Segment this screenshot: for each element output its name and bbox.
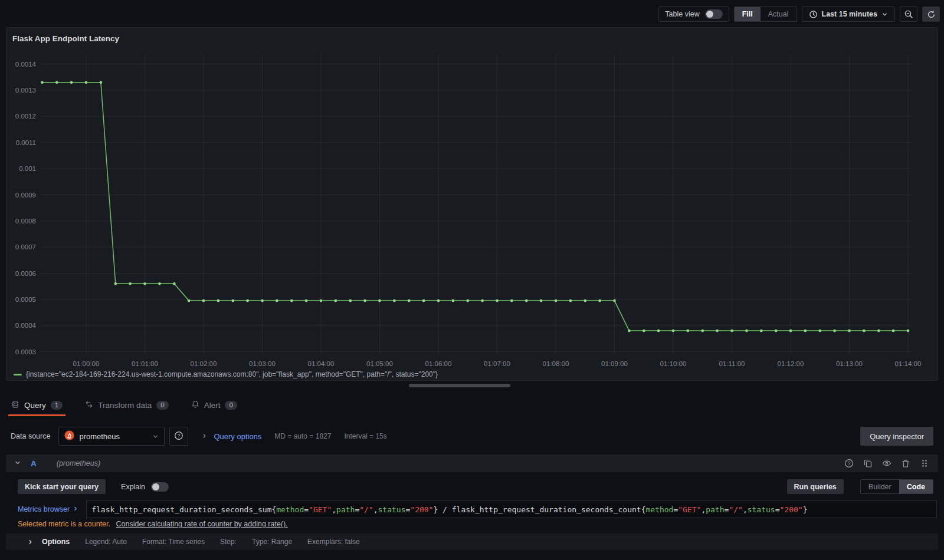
transform-icon	[85, 400, 93, 410]
option-summary-item: Exemplars: false	[307, 538, 360, 546]
latency-chart[interactable]: 0.00140.00130.00120.00110.0010.00090.000…	[6, 44, 938, 370]
clock-icon	[809, 10, 818, 19]
max-data-points-value: MD = auto = 1827	[274, 432, 331, 440]
tab-query[interactable]: Query 1	[8, 394, 65, 416]
toggle-knob	[152, 483, 159, 490]
table-view-toggle[interactable]	[705, 9, 723, 19]
query-inspector-button[interactable]: Query inspector	[860, 427, 933, 446]
delete-query-button[interactable]	[901, 459, 911, 469]
time-range-label: Last 15 minutes	[822, 10, 877, 18]
pane-resize-handle[interactable]	[409, 384, 510, 387]
grip-icon	[920, 459, 930, 468]
chevron-down-icon	[881, 11, 888, 18]
table-view-label: Table view	[665, 10, 699, 18]
query-options-row[interactable]: Options Legend: AutoFormat: Time seriesS…	[6, 533, 938, 550]
toggle-visibility-button[interactable]	[882, 459, 892, 469]
query-options-toggle[interactable]: Query options MD = auto = 1827 Interval …	[201, 432, 386, 441]
datasource-value: prometheus	[79, 432, 120, 441]
code-button[interactable]: Code	[899, 480, 933, 493]
query-toolbar-row: Kick start your query Explain Run querie…	[6, 479, 938, 494]
chevron-down-icon	[152, 433, 159, 440]
bell-icon	[191, 400, 199, 410]
option-summary-item: Format: Time series	[142, 538, 205, 546]
option-summary-item: Type: Range	[252, 538, 292, 546]
copy-icon	[863, 459, 873, 468]
svg-text:01:06:00: 01:06:00	[425, 360, 452, 367]
datasource-picker[interactable]: prometheus	[58, 427, 165, 446]
tab-transform-data[interactable]: Transform data 0	[82, 394, 171, 416]
actual-button[interactable]: Actual	[761, 7, 796, 21]
explain-label: Explain	[121, 483, 145, 491]
datasource-help-button[interactable]: ?	[169, 427, 188, 446]
chart-panel: Flask App Endpoint Latency 0.00140.00130…	[6, 27, 938, 381]
add-rate-link[interactable]: Consider calculating rate of counter by …	[116, 520, 288, 528]
legend-swatch	[14, 374, 22, 375]
datasource-bar: Data source prometheus ? Query options M…	[6, 426, 938, 446]
svg-text:0.0007: 0.0007	[15, 243, 36, 251]
svg-text:0.0013: 0.0013	[15, 87, 36, 94]
fill-button[interactable]: Fill	[735, 7, 761, 21]
svg-text:0.0009: 0.0009	[15, 192, 36, 199]
tab-query-label: Query	[24, 401, 46, 410]
metrics-browser-toggle[interactable]: Metrics browser	[6, 505, 86, 513]
eye-icon	[882, 459, 892, 468]
svg-text:0.0004: 0.0004	[15, 322, 37, 329]
query-options-label: Query options	[214, 432, 261, 441]
svg-text:01:03:00: 01:03:00	[249, 360, 276, 367]
interval-value: Interval = 15s	[344, 432, 386, 440]
tab-transform-label: Transform data	[98, 401, 152, 410]
svg-text:0.0006: 0.0006	[15, 270, 36, 277]
svg-text:0.001: 0.001	[19, 165, 36, 172]
fill-actual-segmented: Fill Actual	[734, 6, 797, 22]
explain-toggle[interactable]	[151, 482, 169, 492]
svg-text:01:08:00: 01:08:00	[543, 360, 569, 367]
builder-code-segmented: Builder Code	[860, 479, 933, 494]
toolbar: Table view Fill Actual Last 15 minutes	[658, 6, 940, 22]
svg-text:01:10:00: 01:10:00	[660, 360, 687, 367]
query-row-actions: ?	[844, 459, 930, 469]
query-datasource-hint: (prometheus)	[57, 459, 100, 467]
query-code: flask_http_request_duration_seconds_sum{…	[91, 505, 807, 514]
svg-text:01:02:00: 01:02:00	[191, 360, 217, 367]
promql-query-input[interactable]: flask_http_request_duration_seconds_sum{…	[86, 500, 937, 518]
builder-button[interactable]: Builder	[861, 480, 899, 493]
zoom-out-button[interactable]	[900, 6, 917, 22]
svg-text:0.0011: 0.0011	[16, 139, 36, 146]
svg-text:01:04:00: 01:04:00	[308, 360, 335, 367]
refresh-button[interactable]	[922, 6, 940, 22]
database-icon	[11, 400, 19, 410]
editor-tabs: Query 1 Transform data 0 Alert 0	[8, 394, 240, 416]
svg-text:0.0014: 0.0014	[15, 61, 37, 68]
svg-text:0.0008: 0.0008	[15, 218, 36, 225]
svg-text:01:01:00: 01:01:00	[132, 360, 158, 367]
warning-text: Selected metric is a counter.	[18, 520, 110, 528]
query-help-button[interactable]: ?	[844, 459, 854, 469]
run-queries-button[interactable]: Run queries	[787, 479, 844, 494]
option-summary-item: Step:	[220, 538, 237, 546]
zoom-out-icon	[904, 9, 913, 19]
tab-transform-badge: 0	[156, 401, 168, 410]
grafana-panel-editor: Table view Fill Actual Last 15 minutes F…	[0, 0, 944, 560]
svg-text:0.0003: 0.0003	[15, 348, 36, 355]
drag-handle-icon[interactable]	[920, 459, 930, 469]
trash-icon	[901, 459, 911, 468]
svg-text:0.0012: 0.0012	[15, 113, 36, 120]
query-editor-row: Metrics browser flask_http_request_durat…	[6, 500, 938, 518]
kick-start-query-button[interactable]: Kick start your query	[18, 479, 106, 494]
query-ref-id: A	[31, 459, 37, 468]
svg-text:01:11:00: 01:11:00	[719, 360, 745, 367]
duplicate-query-button[interactable]	[863, 459, 873, 469]
svg-text:01:13:00: 01:13:00	[836, 360, 863, 367]
chart-legend[interactable]: {instance="ec2-184-169-216-224.us-west-1…	[14, 370, 438, 378]
options-label: Options	[42, 538, 70, 546]
toggle-knob	[706, 11, 713, 18]
query-row-header[interactable]: A (prometheus) ?	[6, 454, 938, 472]
tab-alert-badge: 0	[225, 401, 237, 410]
svg-text:01:00:00: 01:00:00	[73, 360, 100, 367]
time-range-picker[interactable]: Last 15 minutes	[802, 6, 895, 22]
tab-alert[interactable]: Alert 0	[188, 394, 240, 416]
option-summary-item: Legend: Auto	[85, 538, 127, 546]
collapse-chevron-icon[interactable]	[14, 458, 21, 469]
prometheus-icon	[64, 430, 74, 442]
help-circle-icon: ?	[844, 459, 854, 468]
